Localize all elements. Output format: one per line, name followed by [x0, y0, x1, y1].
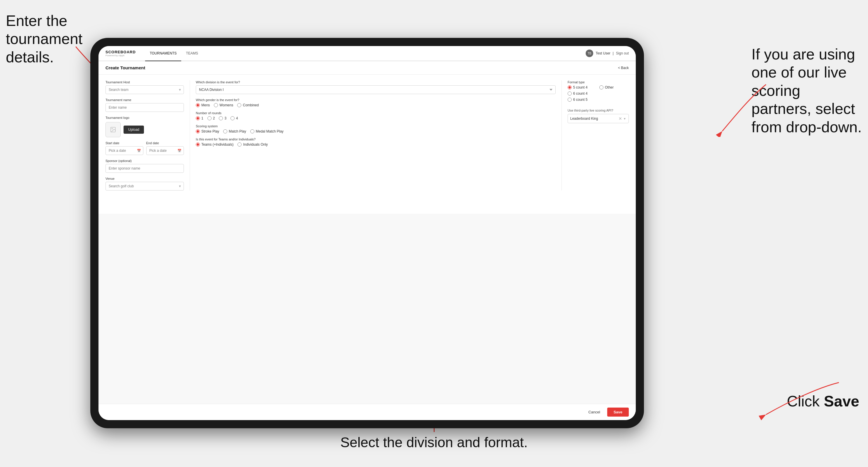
page-title: Create Tournament	[105, 65, 145, 70]
navbar: SCOREBOARD Powered by clippit TOURNAMENT…	[98, 46, 636, 61]
live-scoring-input[interactable]: Leaderboard King ✕ ▼	[567, 114, 629, 123]
live-scoring-clear[interactable]: ✕ ▼	[619, 116, 626, 121]
rounds-4[interactable]: 4	[230, 116, 238, 120]
gender-group: Which gender is the event for? Mens Wome…	[196, 98, 556, 107]
tablet-shell: SCOREBOARD Powered by clippit TOURNAMENT…	[90, 38, 644, 428]
annotation-bottomright: Click Save	[787, 392, 859, 410]
format-6count5-radio[interactable]	[567, 98, 572, 102]
tournament-name-input[interactable]	[105, 103, 184, 112]
rounds-radio-group: 1 2 3	[196, 116, 556, 120]
rounds-2-radio[interactable]	[208, 116, 212, 120]
scoring-label: Scoring system	[196, 124, 556, 128]
teams-group: Is this event for Teams and/or Individua…	[196, 137, 556, 147]
live-scoring-section: Use third-party live scoring API? Leader…	[567, 109, 629, 123]
annotation-topright: If you are using one of our live scoring…	[751, 45, 862, 136]
venue-input[interactable]	[105, 182, 184, 190]
navbar-right: TB Test User | Sign out	[586, 50, 629, 57]
format-options-wrapper: 5 count 4 6 count 4 6 count 5	[567, 85, 629, 102]
form-left-section: Tournament Host ▼ Tournament name Tourna	[105, 81, 190, 190]
teams-label: Is this event for Teams and/or Individua…	[196, 137, 556, 141]
end-date-label: End date	[146, 141, 184, 145]
nav-link-tournaments[interactable]: TOURNAMENTS	[145, 46, 181, 61]
teams-radio-group: Teams (+Individuals) Individuals Only	[196, 143, 556, 147]
rounds-1-radio[interactable]	[196, 116, 200, 120]
live-scoring-value: Leaderboard King	[570, 117, 598, 121]
format-6count4-radio[interactable]	[567, 91, 572, 96]
sign-out-link[interactable]: Sign out	[616, 51, 629, 55]
main-content: Create Tournament < Back Tournament Host…	[98, 61, 636, 404]
tournament-logo-group: Tournament logo Upload	[105, 116, 184, 137]
start-date-label: Start date	[105, 141, 143, 145]
format-other-radio[interactable]	[599, 85, 603, 89]
save-button[interactable]: Save	[607, 408, 629, 416]
annotation-bottomcenter: Select the division and format.	[340, 434, 528, 451]
tablet-screen: SCOREBOARD Powered by clippit TOURNAMENT…	[98, 46, 636, 420]
start-date-wrapper: 📅	[105, 146, 143, 155]
tournament-logo-label: Tournament logo	[105, 116, 184, 119]
division-group: Which division is the event for? NCAA Di…	[196, 81, 556, 94]
scoring-match-radio[interactable]	[223, 129, 227, 133]
format-type-group: Format type 5 count 4 6 count	[567, 81, 629, 102]
end-date-group: End date 📅	[146, 141, 184, 155]
division-label: Which division is the event for?	[196, 81, 556, 84]
teams-individuals-radio[interactable]	[238, 143, 242, 147]
rounds-2[interactable]: 2	[208, 116, 215, 120]
gender-combined[interactable]: Combined	[237, 103, 259, 107]
dropdown-icon: ▼	[178, 88, 182, 91]
tournament-host-label: Tournament Host	[105, 81, 184, 84]
upload-button[interactable]: Upload	[124, 126, 144, 134]
rounds-3[interactable]: 3	[219, 116, 226, 120]
live-scoring-chevron: ▼	[623, 117, 626, 120]
format-6count4[interactable]: 6 count 4	[567, 91, 597, 96]
form-middle-section: Which division is the event for? NCAA Di…	[190, 81, 562, 190]
live-scoring-label: Use third-party live scoring API?	[567, 109, 629, 112]
nav-link-teams[interactable]: TEAMS	[181, 46, 203, 61]
rounds-group: Number of rounds 1 2	[196, 111, 556, 120]
teams-individuals[interactable]: Individuals Only	[238, 143, 268, 147]
format-5count4[interactable]: 5 count 4	[567, 85, 597, 89]
nav-links: TOURNAMENTS TEAMS	[145, 46, 586, 61]
gender-combined-radio[interactable]	[237, 103, 241, 107]
format-right-options: Other	[599, 85, 629, 102]
scoring-group: Scoring system Stroke Play Match Play	[196, 124, 556, 133]
clear-x-icon: ✕	[619, 116, 622, 121]
scoring-stroke[interactable]: Stroke Play	[196, 129, 219, 133]
rounds-1[interactable]: 1	[196, 116, 204, 120]
teams-teams[interactable]: Teams (+Individuals)	[196, 143, 234, 147]
gender-mens-radio[interactable]	[196, 103, 200, 107]
division-select-wrapper: NCAA Division I	[196, 85, 556, 94]
format-6count5[interactable]: 6 count 5	[567, 98, 597, 102]
sponsor-group: Sponsor (optional)	[105, 159, 184, 173]
annotation-topleft: Enter the tournament details.	[6, 12, 87, 66]
rounds-4-radio[interactable]	[230, 116, 235, 120]
app-container: SCOREBOARD Powered by clippit TOURNAMENT…	[98, 46, 636, 420]
venue-label: Venue	[105, 177, 184, 180]
calendar-icon-end: 📅	[178, 149, 182, 153]
sponsor-input[interactable]	[105, 164, 184, 173]
gender-mens[interactable]: Mens	[196, 103, 210, 107]
scoring-medal-match[interactable]: Medal Match Play	[250, 129, 283, 133]
tournament-host-input-wrapper: ▼	[105, 85, 184, 94]
cancel-button[interactable]: Cancel	[585, 408, 603, 416]
gender-womens-radio[interactable]	[214, 103, 218, 107]
gender-womens[interactable]: Womens	[214, 103, 233, 107]
venue-input-wrapper: ▼	[105, 182, 184, 190]
scoring-match[interactable]: Match Play	[223, 129, 246, 133]
scoring-medal-match-radio[interactable]	[250, 129, 254, 133]
scoring-stroke-radio[interactable]	[196, 129, 200, 133]
tournament-host-input[interactable]	[105, 85, 184, 94]
form-right-section: Format type 5 count 4 6 count	[562, 81, 629, 190]
gender-label: Which gender is the event for?	[196, 98, 556, 102]
division-select[interactable]: NCAA Division I	[196, 85, 556, 94]
sponsor-label: Sponsor (optional)	[105, 159, 184, 162]
rounds-3-radio[interactable]	[219, 116, 223, 120]
back-link[interactable]: < Back	[618, 66, 629, 70]
tournament-name-label: Tournament name	[105, 98, 184, 102]
separator: |	[613, 51, 614, 55]
logo-upload-area: Upload	[105, 122, 184, 137]
format-5count4-radio[interactable]	[567, 85, 572, 89]
gender-radio-group: Mens Womens Combined	[196, 103, 556, 107]
teams-teams-radio[interactable]	[196, 143, 200, 147]
end-date-wrapper: 📅	[146, 146, 184, 155]
format-other[interactable]: Other	[599, 85, 629, 89]
